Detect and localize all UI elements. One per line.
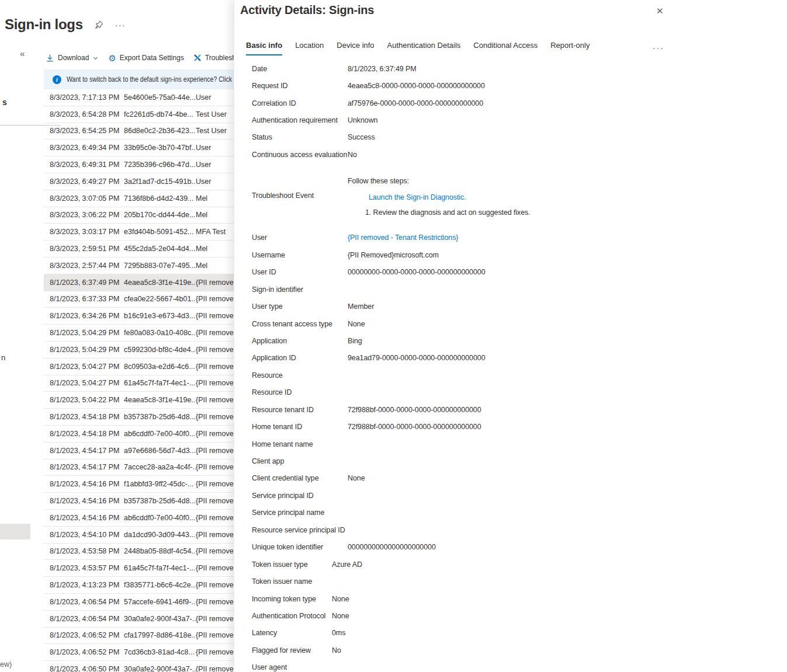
cell-user: User <box>196 93 234 102</box>
table-row[interactable]: 8/3/2023, 6:49:31 PM7235b396-c96b-47d...… <box>44 156 234 173</box>
collapse-pane-button[interactable]: « <box>20 48 25 58</box>
tab-conditional-access[interactable]: Conditional Access <box>473 41 538 55</box>
troubleshoot-button[interactable]: Troublesh <box>193 54 234 62</box>
table-row[interactable]: 8/1/2023, 4:06:52 PMcfa17997-8d86-418e..… <box>44 628 234 645</box>
table-row[interactable]: 8/1/2023, 6:37:49 PM4eaea5c8-3f1e-419e..… <box>44 274 234 291</box>
tab-basic-info[interactable]: Basic info <box>246 41 282 55</box>
cell-request-id: fe80a083-0a10-408c... <box>124 329 196 337</box>
cell-date: 8/3/2023, 6:54:28 PM <box>50 110 124 119</box>
cell-user: {PII remove <box>196 665 234 672</box>
signin-logs-table: 8/3/2023, 7:17:13 PM5e4600e5-75a0-44e...… <box>44 89 234 672</box>
field-label: Authentication requirement <box>252 116 348 124</box>
cell-date: 8/1/2023, 6:34:26 PM <box>50 312 124 320</box>
cell-date: 8/1/2023, 5:04:27 PM <box>50 363 124 371</box>
table-row[interactable]: 8/1/2023, 5:04:27 PM61a45c7f-fa7f-4ec1-.… <box>44 375 234 392</box>
table-row[interactable]: 8/3/2023, 6:54:28 PMfc2261d5-db74-4be...… <box>44 106 234 123</box>
export-data-settings-label: Export Data Settings <box>120 54 184 62</box>
table-row[interactable]: 8/3/2023, 2:59:51 PM455c2da5-2e04-4d4...… <box>44 241 234 257</box>
tab-location[interactable]: Location <box>295 41 324 55</box>
table-row[interactable]: 8/1/2023, 4:54:18 PMab6cddf0-7e00-40f0..… <box>44 426 234 443</box>
table-row[interactable]: 8/1/2023, 4:54:17 PMa97e6686-56d7-4d3...… <box>44 443 234 459</box>
field-value: Bing <box>348 337 787 345</box>
table-row[interactable]: 8/1/2023, 4:54:16 PMf1abbfd3-9ff2-45dc-.… <box>44 476 234 493</box>
sidebar-selected-item-fragment[interactable] <box>0 524 30 539</box>
cell-date: 8/1/2023, 4:06:54 PM <box>50 615 124 623</box>
table-row[interactable]: 8/1/2023, 4:54:18 PMb357387b-25d6-4d8...… <box>44 409 234 426</box>
table-row[interactable]: 8/1/2023, 4:06:54 PM57accefe-6941-46f9-.… <box>44 594 234 611</box>
cell-date: 8/1/2023, 4:06:50 PM <box>50 665 124 672</box>
cell-date: 8/1/2023, 4:13:23 PM <box>50 581 124 589</box>
table-row[interactable]: 8/1/2023, 4:53:57 PM61a45c7f-fa7f-4ec1-.… <box>44 560 234 577</box>
cell-request-id: a97e6686-56d7-4d3... <box>124 447 196 455</box>
cell-user: {PII remove <box>196 564 234 572</box>
table-row[interactable]: 8/1/2023, 4:54:17 PM7accec28-aa2a-4c4f-.… <box>44 459 234 476</box>
cell-request-id: 4eaea5c8-3f1e-419e... <box>124 396 196 404</box>
table-row[interactable]: 8/3/2023, 3:07:05 PM7136f8b6-d4d2-439...… <box>44 190 234 207</box>
cell-date: 8/1/2023, 4:54:16 PM <box>50 480 124 488</box>
table-row[interactable]: 8/3/2023, 2:57:44 PM7295b883-07e7-495...… <box>44 257 234 274</box>
tab-device-info[interactable]: Device info <box>337 41 374 55</box>
blade-menu-ellipsis[interactable]: ··· <box>115 20 126 30</box>
field-label: Resource service principal ID <box>252 526 348 534</box>
table-row[interactable]: 8/3/2023, 6:49:27 PM3a2f1ad7-dc15-491b..… <box>44 173 234 190</box>
tabs-overflow-button[interactable]: ··· <box>653 43 664 53</box>
field-row: Request ID4eaea5c8-0000-0000-0000-000000… <box>234 77 787 94</box>
field-value: Member <box>348 302 787 311</box>
table-row[interactable]: 8/1/2023, 4:54:10 PMda1dcd90-3d09-443...… <box>44 527 234 544</box>
table-row[interactable]: 8/1/2023, 4:54:16 PMb357387b-25d6-4d8...… <box>44 493 234 510</box>
field-label: Client app <box>252 457 348 465</box>
fields-group-main: User{PII removed - Tenant Restrictions}U… <box>234 229 787 556</box>
field-value: Success <box>348 133 787 141</box>
table-row[interactable]: 8/1/2023, 5:04:29 PMc599230d-bf8c-4de4..… <box>44 342 234 358</box>
cell-user: Test User <box>196 110 234 119</box>
table-row[interactable]: 8/1/2023, 5:04:29 PMfe80a083-0a10-408c..… <box>44 325 234 342</box>
table-row[interactable]: 8/1/2023, 6:37:33 PMcfea0e22-5667-4b01..… <box>44 291 234 308</box>
table-row[interactable]: 8/3/2023, 7:17:13 PM5e4600e5-75a0-44e...… <box>44 89 234 106</box>
pin-icon[interactable] <box>95 20 103 29</box>
download-button[interactable]: Download <box>46 54 99 62</box>
field-row: Flagged for reviewNo <box>234 642 787 659</box>
table-row[interactable]: 8/1/2023, 5:04:27 PM8c09503a-e2d6-4c6...… <box>44 358 234 375</box>
field-row: Service principal name <box>234 504 787 521</box>
table-row[interactable]: 8/3/2023, 3:06:22 PM205b170c-dd44-4de...… <box>44 207 234 224</box>
table-row[interactable]: 8/1/2023, 6:34:26 PMb16c91e3-e673-4d3...… <box>44 308 234 325</box>
table-row[interactable]: 8/1/2023, 4:53:58 PM2448ba05-88df-4c54..… <box>44 544 234 560</box>
sign-in-diagnostic-link[interactable]: Launch the Sign-in Diagnostic. <box>369 193 466 201</box>
cell-date: 8/1/2023, 4:54:10 PM <box>50 531 124 539</box>
cell-user: {PII remove <box>196 598 234 606</box>
cell-date: 8/3/2023, 3:07:05 PM <box>50 194 124 203</box>
cell-request-id: 61a45c7f-fa7f-4ec1-... <box>124 379 196 387</box>
fields-group-top: Date8/1/2023, 6:37:49 PMRequest ID4eaea5… <box>234 60 787 163</box>
field-value: None <box>348 474 787 482</box>
field-label: Service principal ID <box>252 492 348 500</box>
cell-request-id: 455c2da5-2e04-4d4... <box>124 245 196 253</box>
table-row[interactable]: 8/3/2023, 6:54:25 PM86d8e0c2-2b36-423...… <box>44 123 234 140</box>
cell-user: {PII remove <box>196 295 234 303</box>
info-icon: i <box>53 75 61 84</box>
export-data-settings-button[interactable]: ⚙ Export Data Settings <box>108 54 184 62</box>
field-row: User{PII removed - Tenant Restrictions} <box>234 229 787 246</box>
table-row[interactable]: 8/3/2023, 6:49:34 PM33b95c0e-3b70-47bf..… <box>44 140 234 156</box>
table-row[interactable]: 8/1/2023, 4:13:23 PMf3835771-b6c6-4c2e..… <box>44 577 234 594</box>
table-row[interactable]: 8/1/2023, 4:06:54 PM30a0afe2-900f-43a7-.… <box>44 611 234 628</box>
cell-request-id: b357387b-25d6-4d8... <box>124 413 196 421</box>
close-icon[interactable]: ✕ <box>656 6 664 15</box>
tab-report-only[interactable]: Report-only <box>550 41 590 55</box>
cell-date: 8/3/2023, 3:03:17 PM <box>50 228 124 236</box>
table-row[interactable]: 8/1/2023, 4:06:52 PM7cd36cb3-81ad-4c8...… <box>44 644 234 661</box>
field-value-link[interactable]: {PII removed - Tenant Restrictions} <box>348 234 787 242</box>
cell-request-id: 33b95c0e-3b70-47bf... <box>124 144 196 152</box>
tab-authentication-details[interactable]: Authentication Details <box>387 41 461 55</box>
field-value: 9ea1ad79-0000-0000-0000-000000000000 <box>348 354 787 362</box>
table-row[interactable]: 8/3/2023, 3:03:17 PMe3fd404b-5091-452...… <box>44 224 234 241</box>
table-row[interactable]: 8/1/2023, 4:54:16 PMab6cddf0-7e00-40f0..… <box>44 510 234 527</box>
field-row: Latency0ms <box>234 625 787 642</box>
field-value: Unknown <box>348 116 787 124</box>
cell-date: 8/1/2023, 4:06:52 PM <box>50 631 124 639</box>
troubleshoot-label: Troublesh <box>205 54 234 62</box>
table-row[interactable]: 8/1/2023, 5:04:22 PM4eaea5c8-3f1e-419e..… <box>44 392 234 409</box>
table-row[interactable]: 8/1/2023, 4:06:50 PM30a0afe2-900f-43a7-.… <box>44 661 234 672</box>
field-row: Application ID9ea1ad79-0000-0000-0000-00… <box>234 350 787 367</box>
gear-icon: ⚙ <box>108 54 116 62</box>
cell-date: 8/1/2023, 5:04:29 PM <box>50 329 124 337</box>
